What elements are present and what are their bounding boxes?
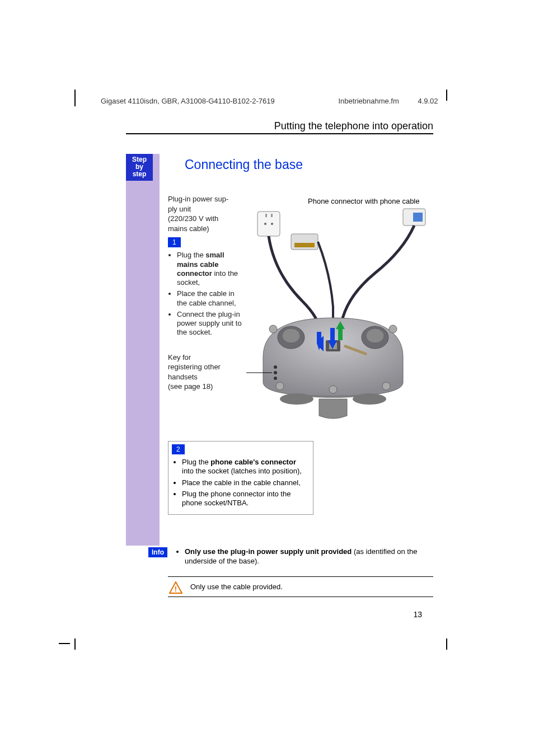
psu-label: Plug-in power sup- <box>168 195 246 204</box>
info-note: Info Only use the plug-in power supply u… <box>168 547 433 566</box>
svg-rect-8 <box>294 243 315 247</box>
wall-socket-icon <box>403 209 425 226</box>
key-label: Key for <box>168 353 246 362</box>
psu-label: ply unit <box>168 205 246 214</box>
info-text: Only use the plug-in power supply unit p… <box>185 547 433 566</box>
svg-point-22 <box>282 328 300 343</box>
page-heading: Connecting the base <box>185 157 433 172</box>
base-station-illustration <box>246 206 437 430</box>
phone-connector-label: Phone connector with phone cable <box>308 197 419 205</box>
svg-rect-4 <box>271 214 273 217</box>
step1-bullet: Connect the plug-in power supply unit to… <box>177 310 246 337</box>
svg-rect-36 <box>330 328 335 341</box>
psu-label: mains cable) <box>168 224 246 233</box>
step1-bullet: Place the cable in the cable channel, <box>177 289 246 308</box>
key-label: registering other <box>168 363 246 372</box>
warning-icon: ! <box>169 581 182 594</box>
power-adapter-icon <box>257 212 280 236</box>
svg-point-26 <box>353 393 386 405</box>
section-title: Putting the telephone into operation <box>126 120 433 134</box>
file-date: 4.9.02 <box>418 97 438 105</box>
page-number: 13 <box>413 610 422 619</box>
key-label: handsets <box>168 373 246 382</box>
step-number-1: 1 <box>168 237 181 247</box>
svg-marker-6 <box>413 213 423 222</box>
svg-point-25 <box>280 393 313 405</box>
svg-point-1 <box>264 223 266 225</box>
svg-rect-38 <box>338 328 343 340</box>
svg-point-29 <box>274 377 277 380</box>
svg-point-18 <box>276 382 284 390</box>
svg-rect-3 <box>265 214 267 217</box>
step-sidebar <box>126 154 160 546</box>
step2-list: Plug the phone cable's connector into th… <box>173 458 308 508</box>
step2-box: 2 Plug the phone cable's connector into … <box>168 441 313 515</box>
svg-point-20 <box>382 382 390 390</box>
svg-point-28 <box>274 371 277 374</box>
step1-bullet: Plug the small mains cable connector int… <box>177 251 246 287</box>
step2-bullet: Plug the phone cable's connector into th… <box>182 458 308 476</box>
crop-mark <box>64 95 76 106</box>
svg-point-2 <box>271 223 273 225</box>
step1-list: Plug the small mains cable connector int… <box>168 251 246 337</box>
svg-rect-34 <box>317 332 321 344</box>
step-by-step-badge: Step by step <box>126 154 153 181</box>
crop-mark <box>436 633 447 644</box>
step2-bullet: Plug the phone connector into the phone … <box>182 490 308 508</box>
warning-text: Only use the cable provided. <box>190 583 283 591</box>
info-badge: Info <box>148 547 167 557</box>
step-number-2: 2 <box>172 444 185 454</box>
svg-point-24 <box>366 328 384 343</box>
svg-point-27 <box>274 365 277 369</box>
key-label: (see page 18) <box>168 382 246 391</box>
svg-point-16 <box>269 325 277 333</box>
phone-cable <box>340 226 414 329</box>
connection-diagram: Phone connector with phone cable Plug-in… <box>168 195 433 525</box>
svg-text:!: ! <box>175 585 177 593</box>
svg-rect-0 <box>257 212 280 236</box>
rj-connector-icon <box>291 234 318 250</box>
page-header: Gigaset 4110isdn, GBR, A31008-G4110-B102… <box>101 97 438 105</box>
step2-bullet: Place the cable in the cable channel, <box>182 478 308 487</box>
svg-point-17 <box>389 325 397 333</box>
crop-mark <box>64 633 76 644</box>
file-name: Inbetriebnahme.fm <box>338 97 399 105</box>
svg-point-19 <box>329 386 337 393</box>
warning-note: ! Only use the cable provided. <box>168 576 433 597</box>
psu-label: (220/230 V with <box>168 214 246 223</box>
doc-id: Gigaset 4110isdn, GBR, A31008-G4110-B102… <box>101 97 275 105</box>
